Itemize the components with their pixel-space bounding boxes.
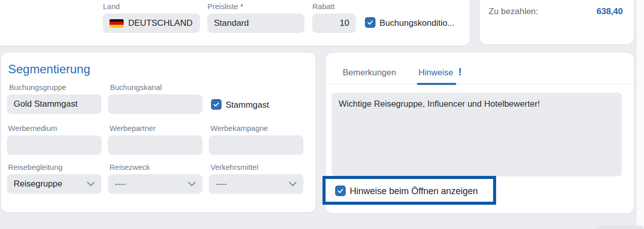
zu-bezahlen-label: Zu bezahlen: <box>489 7 538 17</box>
reisebegleitung-value: Reisegruppe <box>14 179 62 189</box>
land-value: DEUTSCHLAND <box>128 18 193 28</box>
highlight-annotation-box: Hinweise beim Öffnen anzeigen <box>323 176 496 205</box>
werbepartner-input[interactable] <box>108 135 202 155</box>
reisezweck-value: ---- <box>115 179 126 189</box>
buchungskanal-input[interactable] <box>108 95 202 114</box>
stammgast-label: Stammgast <box>226 100 269 110</box>
zu-bezahlen-amount: 638,40 <box>597 7 623 17</box>
hinweise-text: Wichtige Reisegruppe, Influencer und Hot… <box>339 99 540 109</box>
tab-divider <box>326 84 634 84</box>
werbepartner-label: Werbepartner <box>110 124 155 132</box>
chevron-down-icon <box>87 181 95 187</box>
rabatt-input[interactable]: 10 <box>312 14 356 33</box>
chevron-down-icon <box>188 181 196 187</box>
werbekampagne-input[interactable] <box>209 135 303 155</box>
active-tab-underline <box>417 83 456 85</box>
rabatt-label: Rabatt <box>312 2 335 11</box>
verkehrsmittel-select[interactable]: ---- <box>209 174 303 194</box>
land-input[interactable]: DEUTSCHLAND <box>103 14 200 33</box>
buchungsgruppe-input[interactable]: Gold Stammgast <box>7 95 101 114</box>
reisezweck-select[interactable]: ---- <box>108 174 202 194</box>
check-icon <box>337 188 344 194</box>
buchungsgruppe-value: Gold Stammgast <box>14 99 78 109</box>
page-right-strip <box>637 0 644 229</box>
buchungsgruppe-label: Buchungsgruppe <box>9 83 66 91</box>
segmentierung-title: Segmentierung <box>8 62 90 76</box>
tab-bemerkungen[interactable]: Bemerkungen <box>343 68 396 78</box>
show-on-open-checkbox[interactable] <box>335 186 346 196</box>
bottom-right-partial-element <box>596 225 644 229</box>
buchungskanal-label: Buchungskanal <box>110 83 162 91</box>
preisliste-label: Preisliste * <box>207 2 243 11</box>
buchungskonditionen-label: Buchungskonditio... <box>380 18 454 28</box>
werbekampagne-label: Werbekampagne <box>210 124 268 132</box>
booking-conditions-card: Land DEUTSCHLAND Preisliste * Standard R… <box>0 0 470 45</box>
segmentierung-card: Segmentierung Buchungsgruppe Buchungskan… <box>1 53 315 212</box>
verkehrsmittel-value: ---- <box>216 179 227 189</box>
stammgast-checkbox[interactable] <box>211 99 222 110</box>
chevron-down-icon <box>289 181 297 187</box>
buchungskonditionen-checkbox[interactable] <box>365 17 375 28</box>
show-on-open-label: Hinweise beim Öffnen anzeigen <box>350 186 478 197</box>
tab-hinweise[interactable]: Hinweise <box>418 68 453 78</box>
german-flag-icon <box>110 19 124 28</box>
payment-total-card: Zu bezahlen: 638,40 <box>479 0 634 44</box>
rabatt-value: 10 <box>340 18 349 28</box>
check-icon <box>213 101 220 108</box>
land-label: Land <box>103 2 120 11</box>
hinweise-alert-badge: ! <box>458 66 462 78</box>
reisezweck-label: Reisezweck <box>110 163 150 171</box>
check-icon <box>367 19 373 26</box>
reisebegleitung-select[interactable]: Reisegruppe <box>7 174 101 194</box>
preisliste-input[interactable]: Standard <box>207 14 304 33</box>
reisebegleitung-label: Reisebegleitung <box>8 163 63 171</box>
werbemedium-label: Werbemedium <box>8 124 57 132</box>
verkehrsmittel-label: Verkehrsmittel <box>210 163 258 171</box>
werbemedium-input[interactable] <box>7 135 101 155</box>
hinweise-textarea[interactable]: Wichtige Reisegruppe, Influencer und Hot… <box>332 93 622 176</box>
preisliste-value: Standard <box>214 18 249 28</box>
required-asterisk: * <box>240 2 243 11</box>
